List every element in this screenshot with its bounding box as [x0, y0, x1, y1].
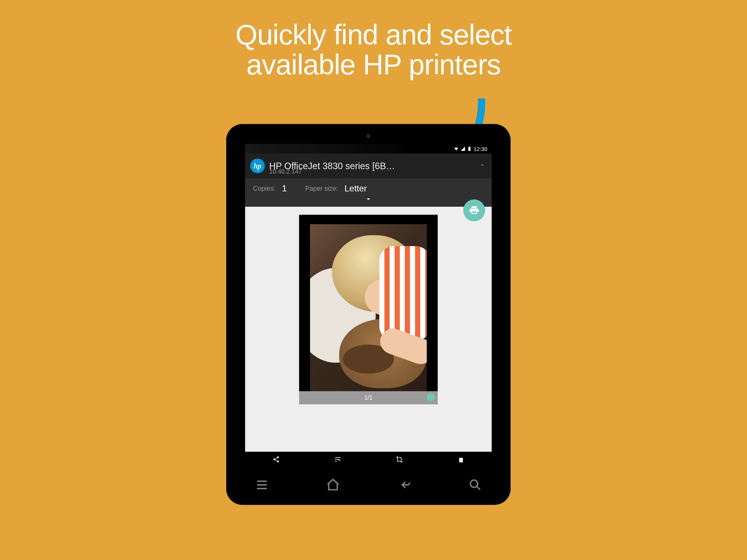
tablet-frame: 12:30 hp HP OfficeJet 3830 series [6B… 1… [226, 124, 511, 505]
paper-size-label: Paper size: [305, 185, 338, 192]
page-indicator: 1/1 [364, 394, 372, 401]
print-options-header: hp HP OfficeJet 3830 series [6B… 10.40.2… [245, 153, 492, 207]
printer-icon [469, 205, 480, 216]
crop-button[interactable] [396, 456, 403, 464]
headline-line2: available HP printers [246, 48, 500, 81]
print-preview-area: 1/1 [245, 207, 492, 452]
printer-selector[interactable]: hp HP OfficeJet 3830 series [6B… 10.40.2… [245, 153, 492, 178]
home-hw-button[interactable] [326, 478, 340, 494]
expand-options-button[interactable] [364, 195, 372, 205]
dropdown-caret-icon [479, 162, 485, 170]
print-button[interactable] [463, 199, 485, 221]
hp-logo-icon: hp [250, 159, 265, 173]
app-bottom-bar [245, 452, 492, 468]
search-hw-button[interactable] [468, 478, 483, 494]
tune-button[interactable] [334, 456, 341, 464]
share-button[interactable] [272, 456, 280, 464]
hardware-nav-bar [226, 473, 511, 498]
android-status-bar: 12:30 [245, 144, 492, 153]
menu-hw-button[interactable] [255, 478, 269, 494]
copies-label: Copies: [253, 185, 275, 192]
front-camera [366, 134, 371, 138]
battery-icon [467, 146, 472, 151]
preview-photo [310, 224, 427, 395]
signal-icon [460, 146, 465, 151]
preview-page[interactable]: 1/1 [299, 215, 438, 404]
page-selected-check-icon[interactable] [427, 393, 435, 401]
wifi-icon [454, 146, 459, 151]
delete-button[interactable] [457, 456, 465, 464]
svg-rect-1 [469, 147, 470, 147]
headline-line1: Quickly find and select [235, 19, 511, 51]
svg-rect-0 [469, 147, 471, 151]
paper-size-value[interactable]: Letter [344, 183, 367, 194]
page-indicator-bar: 1/1 [299, 391, 438, 404]
printer-ip: 10.40.2.147 [269, 168, 302, 175]
status-time: 12:30 [473, 146, 487, 152]
promo-headline: Quickly find and select available HP pri… [0, 20, 747, 80]
copies-value[interactable]: 1 [282, 183, 287, 194]
device-screen: 12:30 hp HP OfficeJet 3830 series [6B… 1… [245, 144, 492, 468]
back-hw-button[interactable] [397, 478, 411, 494]
svg-point-2 [470, 480, 477, 487]
